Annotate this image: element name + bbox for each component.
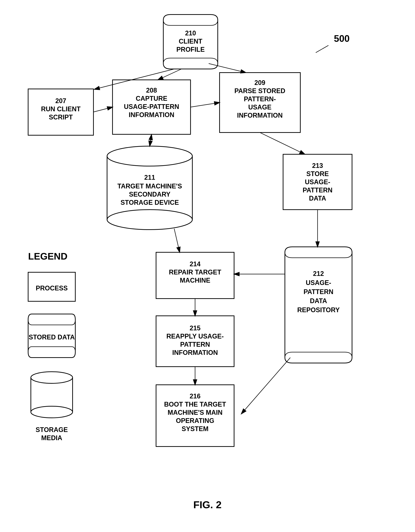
svg-text:INFORMATION: INFORMATION xyxy=(237,112,283,119)
svg-text:INFORMATION: INFORMATION xyxy=(129,111,174,119)
svg-text:STORE: STORE xyxy=(306,170,329,178)
legend: LEGEND PROCESS STORED DATA STORAGE MEDIA xyxy=(28,251,75,442)
node-211: 211 TARGET MACHINE'S SECONDARY STORAGE D… xyxy=(107,146,192,230)
svg-text:LEGEND: LEGEND xyxy=(28,251,67,262)
node-215: 215 REAPPLY USAGE- PATTERN INFORMATION xyxy=(156,316,234,367)
svg-text:DATA: DATA xyxy=(310,297,327,304)
svg-line-65 xyxy=(241,358,290,414)
diagram-container: 210 CLIENT PROFILE 207 RUN CLIENT SCRIPT… xyxy=(0,0,415,532)
svg-text:210: 210 xyxy=(185,29,196,37)
svg-text:MACHINE: MACHINE xyxy=(180,277,210,284)
svg-text:PATTERN: PATTERN xyxy=(304,288,333,295)
svg-point-75 xyxy=(31,406,73,418)
svg-point-74 xyxy=(31,372,73,383)
diagram-svg: 210 CLIENT PROFILE 207 RUN CLIENT SCRIPT… xyxy=(0,0,415,532)
svg-point-21 xyxy=(107,146,192,166)
svg-line-59 xyxy=(190,103,220,107)
node-209: 209 PARSE STORED PATTERN- USAGE INFORMAT… xyxy=(220,73,300,133)
svg-line-56 xyxy=(158,69,181,80)
svg-text:CLIENT: CLIENT xyxy=(179,38,202,45)
svg-text:PATTERN-: PATTERN- xyxy=(244,95,276,103)
svg-text:BOOT THE TARGET: BOOT THE TARGET xyxy=(164,401,226,408)
svg-text:214: 214 xyxy=(190,260,200,268)
svg-text:SYSTEM: SYSTEM xyxy=(182,425,208,433)
svg-text:PATTERN: PATTERN xyxy=(303,186,333,194)
svg-line-66 xyxy=(174,229,180,252)
svg-text:PROFILE: PROFILE xyxy=(176,46,205,53)
svg-text:211: 211 xyxy=(144,174,155,181)
node-216: 216 BOOT THE TARGET MACHINE'S MAIN OPERA… xyxy=(156,385,234,446)
svg-text:STORED DATA: STORED DATA xyxy=(29,333,75,341)
svg-text:213: 213 xyxy=(312,162,323,169)
node-208: 208 CAPTURE USAGE-PATTERN INFORMATION xyxy=(113,80,190,134)
svg-text:PROCESS: PROCESS xyxy=(36,285,68,292)
svg-text:208: 208 xyxy=(146,86,157,94)
svg-text:REPOSITORY: REPOSITORY xyxy=(297,306,340,314)
svg-text:209: 209 xyxy=(255,79,265,86)
svg-text:INFORMATION: INFORMATION xyxy=(172,349,218,356)
svg-line-61 xyxy=(150,135,151,146)
svg-text:MACHINE'S MAIN: MACHINE'S MAIN xyxy=(168,409,223,416)
svg-text:REAPPLY USAGE-: REAPPLY USAGE- xyxy=(166,332,224,340)
svg-text:REPAIR TARGET: REPAIR TARGET xyxy=(169,268,221,276)
svg-text:USAGE-PATTERN: USAGE-PATTERN xyxy=(124,103,179,110)
svg-text:TARGET MACHINE'S: TARGET MACHINE'S xyxy=(117,182,182,190)
node-214: 214 REPAIR TARGET MACHINE xyxy=(156,252,234,299)
svg-text:SECONDARY: SECONDARY xyxy=(129,190,170,198)
svg-text:STORAGE DEVICE: STORAGE DEVICE xyxy=(121,199,179,206)
svg-text:CAPTURE: CAPTURE xyxy=(136,95,167,102)
svg-text:PATTERN: PATTERN xyxy=(180,341,210,348)
svg-line-62 xyxy=(260,133,305,154)
node-210: 210 CLIENT PROFILE xyxy=(163,15,218,69)
node-212: 212 USAGE- PATTERN DATA REPOSITORY xyxy=(285,247,352,363)
svg-line-79 xyxy=(316,45,329,53)
svg-text:STORAGE: STORAGE xyxy=(36,426,68,433)
svg-text:USAGE-: USAGE- xyxy=(306,279,331,286)
svg-text:500: 500 xyxy=(334,33,350,44)
svg-line-58 xyxy=(94,107,113,112)
svg-text:USAGE-: USAGE- xyxy=(305,178,330,186)
svg-text:PARSE STORED: PARSE STORED xyxy=(235,87,285,95)
node-213: 213 STORE USAGE- PATTERN DATA xyxy=(283,154,352,210)
svg-text:207: 207 xyxy=(55,97,66,104)
node-207: 207 RUN CLIENT SCRIPT xyxy=(28,89,94,135)
svg-text:215: 215 xyxy=(190,324,200,332)
svg-text:DATA: DATA xyxy=(309,195,326,202)
svg-text:FIG. 2: FIG. 2 xyxy=(193,499,222,510)
svg-text:OPERATING: OPERATING xyxy=(176,417,214,424)
svg-text:MEDIA: MEDIA xyxy=(41,434,62,442)
svg-point-22 xyxy=(107,210,192,230)
svg-text:216: 216 xyxy=(190,392,200,400)
svg-text:SCRIPT: SCRIPT xyxy=(49,114,73,121)
svg-text:RUN CLIENT: RUN CLIENT xyxy=(41,105,81,113)
svg-text:USAGE: USAGE xyxy=(248,104,272,111)
svg-text:212: 212 xyxy=(313,270,324,277)
